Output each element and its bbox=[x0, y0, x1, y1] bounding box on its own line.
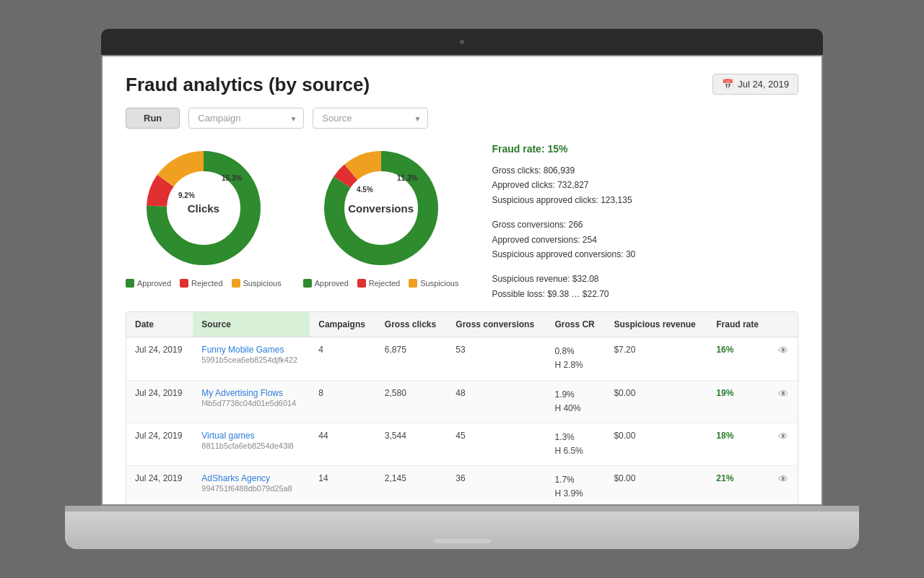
cell-source: My Advertising Flows f4b5d7738c04d01e5d6… bbox=[193, 380, 310, 423]
cell-gross-clicks: 2,145 bbox=[376, 466, 448, 504]
calendar-icon: 📅 bbox=[722, 79, 733, 90]
th-suspicious-revenue: Suspicious revenue bbox=[605, 312, 707, 337]
view-button[interactable]: 👁 bbox=[778, 431, 788, 442]
table-body: Jul 24, 2019 Funny Mobile Games 5991b5ce… bbox=[126, 337, 798, 504]
source-select-wrapper: Source ▼ bbox=[313, 108, 428, 129]
cell-gross-clicks: 3,544 bbox=[376, 423, 448, 465]
clicks-donut-label: Clicks bbox=[188, 202, 219, 215]
cell-date: Jul 24, 2019 bbox=[126, 337, 193, 380]
clicks-suspicious-label: Suspicious bbox=[243, 279, 282, 288]
date-badge: 📅 Jul 24, 2019 bbox=[712, 74, 798, 95]
conversions-legend-rejected: Rejected bbox=[357, 279, 400, 288]
cell-suspicious-revenue: $0.00 bbox=[605, 380, 707, 423]
view-button[interactable]: 👁 bbox=[778, 388, 788, 400]
source-link[interactable]: Virtual games bbox=[201, 431, 301, 441]
cell-gross-clicks: 6,875 bbox=[376, 337, 448, 380]
table-row: Jul 24, 2019 Funny Mobile Games 5991b5ce… bbox=[126, 337, 798, 380]
cell-source: AdSharks Agency 994751f6488db079d25a8 bbox=[193, 466, 310, 504]
possible-loss-stat: Possible loss: $9.38 … $22.70 bbox=[492, 287, 787, 301]
conv-approved-label: Approved bbox=[315, 279, 349, 288]
cell-gross-cr: 0.8%H 2.8% bbox=[546, 337, 605, 380]
conversions-stats-group: Gross conversions: 266 Approved conversi… bbox=[492, 217, 787, 262]
camera-dot bbox=[460, 40, 464, 44]
rejected-dot bbox=[180, 279, 188, 288]
conv-suspicious-label: Suspicious bbox=[420, 279, 458, 288]
source-link[interactable]: Funny Mobile Games bbox=[201, 345, 301, 355]
suspicious-dot bbox=[232, 279, 240, 288]
clicks-chart-container: 15.3% 9.2% 75.6% Clicks Approved bbox=[126, 143, 282, 288]
th-gross-conversions: Gross conversions bbox=[447, 312, 546, 337]
th-gross-clicks: Gross clicks bbox=[376, 312, 448, 337]
cell-suspicious-revenue: $7.20 bbox=[605, 337, 707, 380]
source-id: 994751f6488db079d25a8 bbox=[201, 484, 292, 493]
conversions-legend-suspicious: Suspicious bbox=[409, 279, 458, 288]
source-link[interactable]: My Advertising Flows bbox=[201, 388, 301, 398]
cell-gross-conversions: 48 bbox=[447, 380, 546, 423]
cell-campaigns: 8 bbox=[310, 380, 376, 423]
th-campaigns: Campaigns bbox=[310, 312, 376, 337]
laptop-frame: Fraud analytics (by source) 📅 Jul 24, 20… bbox=[65, 29, 859, 549]
cell-fraud-rate: 16% bbox=[707, 337, 769, 380]
cell-fraud-rate: 21% bbox=[707, 466, 769, 504]
controls-bar: Run Campaign ▼ Source ▼ bbox=[126, 108, 798, 129]
cell-date: Jul 24, 2019 bbox=[126, 466, 193, 504]
laptop-touchpad bbox=[433, 539, 491, 543]
gross-conversions-stat: Gross conversions: 266 bbox=[492, 217, 787, 232]
source-id: 8811b5cfa6eb8254de43l8 bbox=[201, 441, 293, 450]
page-header: Fraud analytics (by source) 📅 Jul 24, 20… bbox=[126, 74, 798, 96]
cell-gross-conversions: 36 bbox=[447, 466, 546, 504]
th-source: Source bbox=[193, 312, 310, 337]
suspicious-approved-conversions-stat: Suspicious approved conversions: 30 bbox=[492, 247, 787, 262]
svg-text:84.2%: 84.2% bbox=[363, 230, 383, 238]
campaign-select-wrapper: Campaign ▼ bbox=[188, 108, 304, 129]
conv-suspicious-dot bbox=[409, 279, 417, 288]
conversions-chart-container: 11.3% 4.5% 84.2% Conversions Approved bbox=[303, 143, 459, 288]
cell-suspicious-revenue: $0.00 bbox=[605, 466, 707, 504]
date-text: Jul 24, 2019 bbox=[738, 79, 789, 90]
cell-action[interactable]: 👁 bbox=[770, 380, 798, 423]
cell-source: Funny Mobile Games 5991b5cea6eb8254djfk4… bbox=[193, 337, 310, 380]
view-button[interactable]: 👁 bbox=[778, 473, 788, 485]
clicks-legend-rejected: Rejected bbox=[180, 279, 222, 288]
cell-action[interactable]: 👁 bbox=[770, 423, 798, 465]
svg-text:9.2%: 9.2% bbox=[178, 191, 195, 199]
data-table: Date Source Campaigns Gross clicks Gross… bbox=[126, 312, 798, 504]
stats-panel: Fraud rate: 15% Gross clicks: 806,939 Ap… bbox=[480, 143, 798, 311]
page-title: Fraud analytics (by source) bbox=[126, 74, 370, 96]
th-action bbox=[770, 312, 798, 337]
suspicious-approved-clicks-stat: Suspicious approved clicks: 123,135 bbox=[492, 193, 787, 207]
conv-approved-dot bbox=[303, 279, 312, 288]
cell-campaigns: 14 bbox=[310, 466, 376, 504]
table-row: Jul 24, 2019 AdSharks Agency 994751f6488… bbox=[126, 466, 798, 504]
th-fraud-rate: Fraud rate bbox=[707, 312, 769, 337]
clicks-stats-group: Gross clicks: 806,939 Approved clicks: 7… bbox=[492, 163, 787, 207]
clicks-rejected-label: Rejected bbox=[191, 279, 222, 288]
source-select[interactable]: Source bbox=[313, 108, 428, 129]
conversions-donut: 11.3% 4.5% 84.2% Conversions bbox=[316, 143, 446, 273]
laptop-top-bezel bbox=[101, 29, 823, 55]
conversions-legend: Approved Rejected Suspicious bbox=[303, 279, 459, 288]
gross-clicks-stat: Gross clicks: 806,939 bbox=[492, 163, 787, 178]
laptop-base bbox=[65, 506, 859, 549]
run-button[interactable]: Run bbox=[126, 108, 180, 129]
table-row: Jul 24, 2019 Virtual games 8811b5cfa6eb8… bbox=[126, 423, 798, 465]
fraud-rate-title: Fraud rate: 15% bbox=[492, 143, 787, 155]
cell-date: Jul 24, 2019 bbox=[126, 423, 193, 465]
revenue-stats-group: Suspicious revenue: $32.08 Possible loss… bbox=[492, 272, 787, 301]
cell-gross-clicks: 2,580 bbox=[376, 380, 448, 423]
conv-rejected-label: Rejected bbox=[369, 279, 400, 288]
conversions-legend-approved: Approved bbox=[303, 279, 349, 288]
campaign-select[interactable]: Campaign bbox=[188, 108, 304, 129]
table-header-row: Date Source Campaigns Gross clicks Gross… bbox=[126, 312, 798, 337]
page-content: Fraud analytics (by source) 📅 Jul 24, 20… bbox=[103, 56, 821, 504]
th-gross-cr: Gross CR bbox=[546, 312, 605, 337]
cell-action[interactable]: 👁 bbox=[770, 466, 798, 504]
view-button[interactable]: 👁 bbox=[778, 345, 788, 356]
conversions-donut-label: Conversions bbox=[348, 202, 414, 215]
clicks-legend: Approved Rejected Suspicious bbox=[126, 279, 282, 288]
cell-action[interactable]: 👁 bbox=[770, 337, 798, 380]
cell-gross-conversions: 45 bbox=[447, 423, 546, 465]
cell-fraud-rate: 18% bbox=[707, 423, 769, 465]
approved-dot bbox=[126, 279, 134, 288]
source-link[interactable]: AdSharks Agency bbox=[201, 473, 301, 483]
